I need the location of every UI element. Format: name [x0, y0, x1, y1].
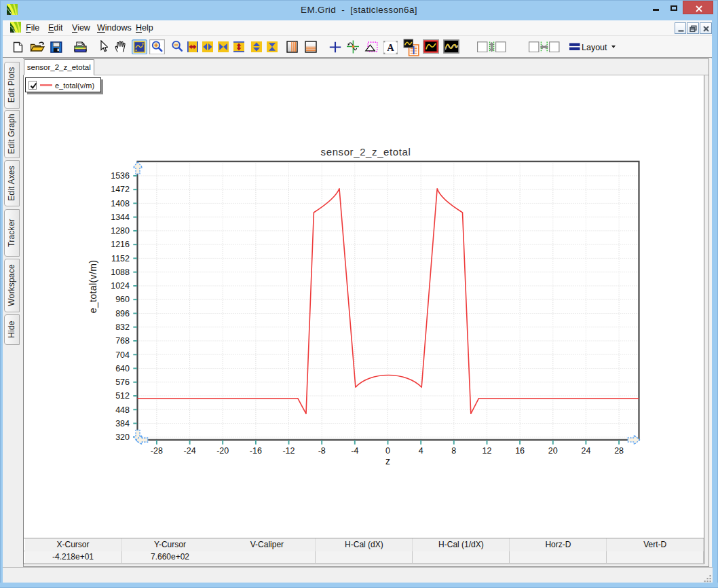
- svg-text:960: 960: [115, 295, 130, 304]
- svg-text:-24: -24: [184, 446, 196, 456]
- svg-text:768: 768: [115, 336, 130, 346]
- svg-text:z: z: [385, 456, 390, 466]
- svg-text:512: 512: [115, 391, 130, 401]
- svg-text:1536: 1536: [111, 171, 130, 181]
- svg-text:1152: 1152: [111, 254, 130, 263]
- svg-text:896: 896: [115, 309, 130, 318]
- svg-text:0: 0: [385, 446, 390, 456]
- svg-text:sensor_2_z_etotal: sensor_2_z_etotal: [321, 146, 411, 158]
- svg-text:24: 24: [581, 446, 590, 456]
- svg-text:704: 704: [115, 350, 130, 360]
- svg-text:1088: 1088: [111, 268, 130, 277]
- svg-text:320: 320: [115, 433, 130, 442]
- svg-text:1472: 1472: [111, 185, 130, 194]
- svg-text:-20: -20: [216, 446, 229, 456]
- svg-text:e_total(v/m): e_total(v/m): [88, 260, 98, 314]
- svg-text:8: 8: [451, 446, 456, 456]
- svg-text:640: 640: [115, 364, 130, 373]
- svg-text:-16: -16: [250, 446, 262, 456]
- svg-text:-28: -28: [151, 446, 163, 456]
- svg-text:384: 384: [115, 419, 130, 428]
- svg-text:4: 4: [419, 446, 423, 456]
- svg-text:-4: -4: [351, 446, 358, 456]
- svg-text:448: 448: [115, 405, 130, 415]
- svg-text:1280: 1280: [111, 226, 130, 236]
- svg-text:832: 832: [115, 323, 130, 332]
- svg-text:20: 20: [548, 446, 558, 456]
- svg-text:576: 576: [115, 378, 130, 387]
- svg-text:-12: -12: [282, 446, 295, 456]
- svg-text:28: 28: [614, 446, 624, 456]
- svg-text:1408: 1408: [111, 199, 130, 208]
- svg-text:1216: 1216: [111, 240, 130, 249]
- svg-text:12: 12: [483, 446, 492, 456]
- svg-text:-8: -8: [318, 446, 326, 456]
- svg-text:16: 16: [515, 446, 525, 456]
- svg-text:1344: 1344: [111, 213, 130, 222]
- svg-text:1024: 1024: [111, 281, 130, 291]
